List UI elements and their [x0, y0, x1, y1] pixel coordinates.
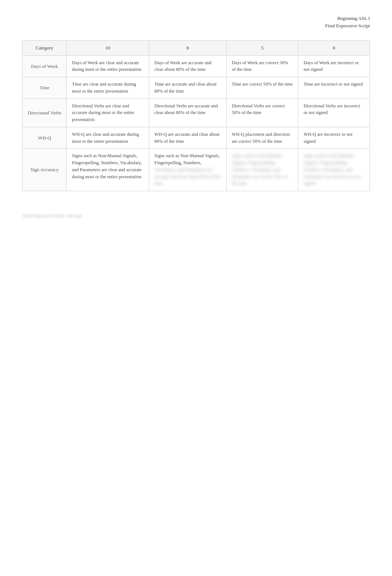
- table-row: Sign AccuracySigns such as Non-Manual Si…: [23, 149, 370, 191]
- col-header-10: 10: [67, 41, 149, 56]
- table-row: TimeTime are clear and accurate during m…: [23, 77, 370, 99]
- cell-category: Sign Accuracy: [23, 149, 67, 191]
- cell-0: WH-Q are incorrect or not signed: [298, 127, 370, 149]
- rubric-table: Category 10 8 5 0 Days of WeekDays of We…: [22, 40, 370, 191]
- table-header-row: Category 10 8 5 0: [23, 41, 370, 56]
- cell-5: Time are correct 50% of the time: [226, 77, 298, 99]
- cell-8: Time are accurate and clear about 80% of…: [149, 77, 227, 99]
- col-header-8: 8: [149, 41, 227, 56]
- table-row: Directional VerbsDirectional Verbs are c…: [23, 99, 370, 127]
- cell-0: Directional Verbs are incorrect or not s…: [298, 99, 370, 127]
- cell-5: Signs such as Non-Manual Signals, Finger…: [226, 149, 298, 191]
- cell-5: Directional Verbs are correct 50% of the…: [226, 99, 298, 127]
- cell-10: Days of Week are clear and accurate duri…: [67, 55, 149, 77]
- cell-8: WH-Q are accurate and clear about 80% of…: [149, 127, 227, 149]
- cell-10: Time are clear and accurate during most …: [67, 77, 149, 99]
- cell-0: Time are incorrect or not signed: [298, 77, 370, 99]
- col-header-0: 0: [298, 41, 370, 56]
- cell-category: Days of Week: [23, 55, 67, 77]
- cell-category: WH-Q: [23, 127, 67, 149]
- footer-text: Total Expressive Points: 100 total: [22, 213, 370, 219]
- cell-8: Signs such as Non-Manual Signals, Finger…: [149, 149, 227, 191]
- cell-5: Days of Week are correct 50% of the time: [226, 55, 298, 77]
- cell-5: WH-Q placement and direction are correct…: [226, 127, 298, 149]
- header-line2: Final Expressive Script: [22, 22, 370, 30]
- table-row: WH-QWH-Q are clear and accurate during m…: [23, 127, 370, 149]
- cell-10: Signs such as Non-Manual Signals, Finger…: [67, 149, 149, 191]
- cell-category: Directional Verbs: [23, 99, 67, 127]
- cell-8: Directional Verbs are accurate and clear…: [149, 99, 227, 127]
- cell-category: Time: [23, 77, 67, 99]
- cell-0: Days of Week are incorrect or not signed: [298, 55, 370, 77]
- col-header-5: 5: [226, 41, 298, 56]
- page-header: Beginning ASL I Final Expressive Script: [22, 15, 370, 29]
- cell-0: Signs such as Non-Manual Signals, Finger…: [298, 149, 370, 191]
- cell-10: Directional Verbs are clear and accurate…: [67, 99, 149, 127]
- header-line1: Beginning ASL I: [22, 15, 370, 22]
- cell-8: Days of Week are accurate and clear abou…: [149, 55, 227, 77]
- table-row: Days of WeekDays of Week are clear and a…: [23, 55, 370, 77]
- cell-10: WH-Q are clear and accurate during most …: [67, 127, 149, 149]
- col-header-category: Category: [23, 41, 67, 56]
